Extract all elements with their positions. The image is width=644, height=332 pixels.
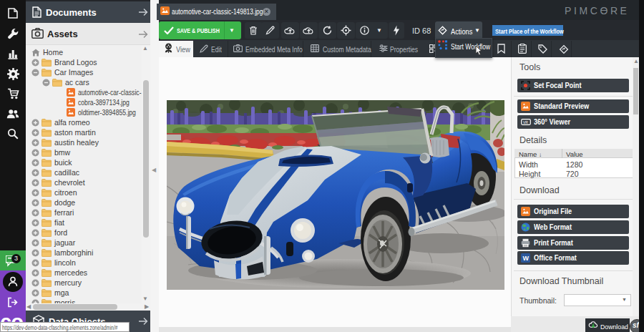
svg-text:VR: VR: [523, 120, 528, 125]
svg-text:W: W: [522, 255, 529, 262]
